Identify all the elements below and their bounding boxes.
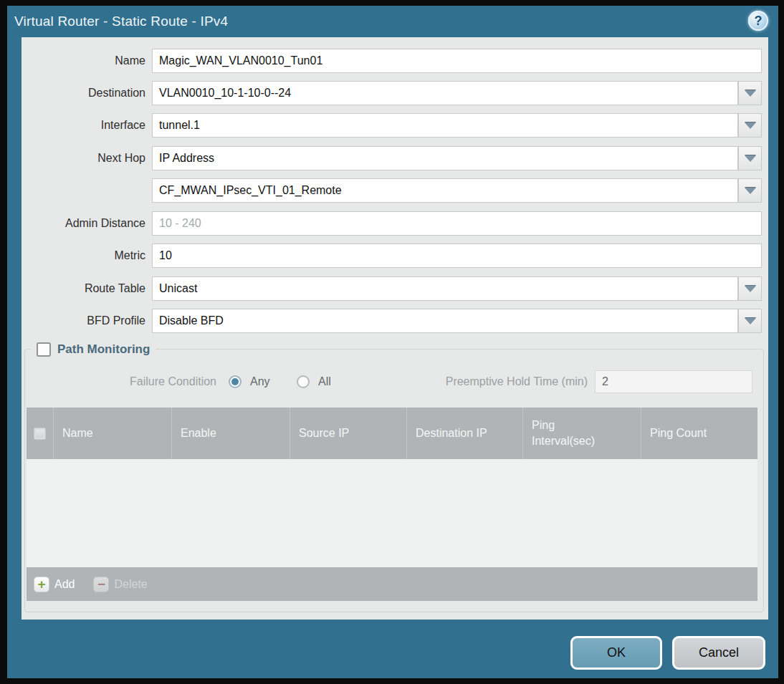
table-header: Name Enable Source IP Destination IP Pin… bbox=[27, 408, 757, 459]
column-header-ping-interval-text: Ping Interval(sec) bbox=[532, 418, 603, 448]
add-button[interactable]: + Add bbox=[34, 577, 75, 592]
metric-row: Metric bbox=[21, 244, 768, 268]
path-monitoring-checkbox[interactable] bbox=[37, 342, 51, 357]
bfd-profile-label: BFD Profile bbox=[21, 309, 145, 333]
destination-row: Destination bbox=[21, 81, 768, 105]
chevron-down-icon bbox=[745, 318, 756, 324]
failure-condition-any-radio[interactable] bbox=[229, 375, 242, 388]
name-input[interactable] bbox=[152, 49, 762, 73]
interface-dropdown-button[interactable] bbox=[738, 113, 762, 138]
chevron-down-icon bbox=[745, 286, 756, 292]
next-hop-label: Next Hop bbox=[21, 146, 145, 170]
add-button-label: Add bbox=[54, 578, 75, 591]
name-row: Name bbox=[21, 49, 768, 73]
plus-icon: + bbox=[34, 577, 49, 592]
destination-label: Destination bbox=[21, 81, 145, 105]
next-hop-address-row bbox=[21, 178, 768, 203]
dialog-footer: OK Cancel bbox=[7, 636, 765, 670]
path-monitoring-table: Name Enable Source IP Destination IP Pin… bbox=[27, 408, 757, 601]
chevron-down-icon bbox=[745, 188, 756, 194]
failure-condition-all-radio[interactable] bbox=[297, 375, 310, 388]
next-hop-row: Next Hop bbox=[21, 146, 768, 170]
column-header-name: Name bbox=[53, 408, 171, 459]
interface-label: Interface bbox=[21, 113, 145, 138]
admin-distance-row: Admin Distance bbox=[21, 211, 768, 236]
next-hop-address-dropdown-button[interactable] bbox=[738, 178, 762, 203]
failure-condition-all-label: All bbox=[318, 370, 331, 394]
interface-input[interactable] bbox=[152, 113, 738, 138]
screen: Virtual Router - Static Route - IPv4 ? N… bbox=[0, 0, 784, 684]
table-body-empty bbox=[27, 459, 757, 567]
failure-condition-row: Failure Condition Any All Preemptive Hol… bbox=[25, 370, 763, 394]
next-hop-address-input[interactable] bbox=[152, 178, 738, 203]
dialog-content: Name Destination Interface bbox=[21, 37, 768, 620]
route-table-row: Route Table bbox=[21, 276, 768, 301]
dialog-title: Virtual Router - Static Route - IPv4 bbox=[14, 6, 228, 37]
column-header-enable: Enable bbox=[171, 408, 290, 459]
ok-button[interactable]: OK bbox=[570, 636, 662, 670]
column-header-destination-ip: Destination IP bbox=[406, 408, 522, 459]
path-monitoring-title: Path Monitoring bbox=[57, 342, 150, 357]
select-all-checkbox[interactable] bbox=[34, 428, 46, 440]
path-monitoring-legend: Path Monitoring bbox=[31, 339, 156, 360]
route-table-dropdown-button[interactable] bbox=[738, 276, 762, 301]
minus-icon: − bbox=[93, 577, 109, 592]
dialog-titlebar: Virtual Router - Static Route - IPv4 ? bbox=[7, 6, 778, 37]
destination-dropdown-button[interactable] bbox=[738, 81, 762, 105]
delete-button[interactable]: − Delete bbox=[93, 577, 147, 592]
chevron-down-icon bbox=[745, 155, 756, 162]
interface-row: Interface bbox=[21, 113, 768, 138]
cancel-button[interactable]: Cancel bbox=[672, 636, 765, 670]
admin-distance-input[interactable] bbox=[152, 211, 762, 236]
metric-input[interactable] bbox=[152, 244, 762, 268]
bfd-profile-input[interactable] bbox=[152, 309, 738, 333]
next-hop-type-input[interactable] bbox=[152, 146, 738, 170]
bfd-profile-dropdown-button[interactable] bbox=[738, 309, 762, 333]
name-label: Name bbox=[21, 49, 145, 73]
help-icon[interactable]: ? bbox=[748, 11, 768, 31]
metric-label: Metric bbox=[21, 244, 145, 268]
table-toolbar: + Add − Delete bbox=[27, 567, 757, 601]
radio-dot bbox=[231, 378, 239, 385]
column-header-ping-count: Ping Count bbox=[641, 408, 757, 459]
failure-condition-label: Failure Condition bbox=[25, 370, 216, 394]
next-hop-type-dropdown-button[interactable] bbox=[738, 146, 762, 170]
route-table-input[interactable] bbox=[152, 276, 738, 301]
route-table-label: Route Table bbox=[21, 276, 145, 301]
preemptive-hold-time-input[interactable] bbox=[595, 370, 752, 393]
failure-condition-any-label: Any bbox=[250, 370, 270, 394]
admin-distance-label: Admin Distance bbox=[21, 211, 145, 236]
delete-button-label: Delete bbox=[114, 578, 147, 591]
static-route-dialog: Virtual Router - Static Route - IPv4 ? N… bbox=[7, 6, 778, 678]
select-all-cell bbox=[27, 408, 53, 459]
column-header-source-ip: Source IP bbox=[290, 408, 406, 459]
chevron-down-icon bbox=[745, 90, 756, 97]
chevron-down-icon bbox=[745, 122, 756, 129]
preemptive-hold-time-label: Preemptive Hold Time (min) bbox=[398, 370, 588, 394]
bfd-profile-row: BFD Profile bbox=[21, 309, 768, 333]
destination-input[interactable] bbox=[152, 81, 738, 105]
path-monitoring-section: Path Monitoring Failure Condition Any Al… bbox=[24, 349, 764, 612]
column-header-ping-interval: Ping Interval(sec) bbox=[522, 408, 641, 459]
